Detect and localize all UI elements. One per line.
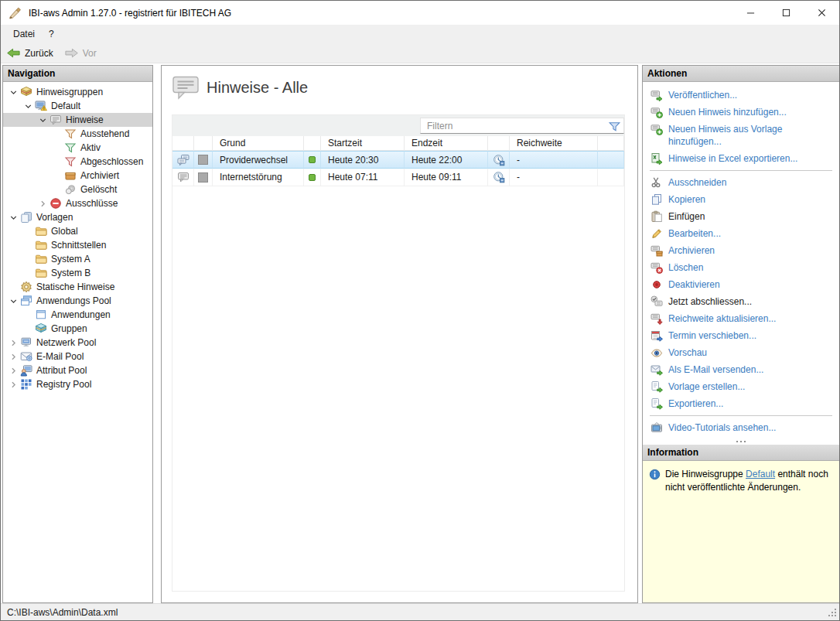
tree-item-registry-pool[interactable]: Registry Pool <box>3 377 152 391</box>
resize-grip-icon[interactable] <box>828 608 838 618</box>
action-label: Termin verschieben... <box>668 329 756 342</box>
tree-item-ausstehend[interactable]: Ausstehend <box>3 127 152 141</box>
table-row-internetst-rung[interactable]: InternetstörungHeute 07:11Heute 09:11- <box>172 169 624 186</box>
menu-help[interactable]: ? <box>42 29 61 39</box>
act-calendar-icon <box>650 329 663 342</box>
action-exportieren[interactable]: Exportieren... <box>643 395 839 412</box>
reach-clock-icon <box>493 171 505 183</box>
tree-item-ausschl-sse[interactable]: Ausschlüsse <box>3 196 152 210</box>
cell-reichweite: - <box>510 151 598 169</box>
back-button[interactable]: Zurück <box>1 43 59 63</box>
act-cut-icon <box>650 176 663 189</box>
column-header-empty[interactable] <box>172 136 194 151</box>
action-kopieren[interactable]: Kopieren <box>643 191 839 208</box>
tree-item-gruppen[interactable]: Gruppen <box>3 322 152 336</box>
column-header-empty[interactable] <box>488 136 510 151</box>
tree-item-label: Ausschlüsse <box>66 198 118 209</box>
action-label: Ausschneiden <box>668 176 726 189</box>
tree-item-schnittstellen[interactable]: Schnittstellen <box>3 238 152 252</box>
action-label: Vorschau <box>668 346 707 359</box>
tree-item-hinweise[interactable]: Hinweise <box>3 113 152 127</box>
info-text-before: Die Hinweisgruppe <box>665 469 746 479</box>
column-header-empty[interactable] <box>304 136 321 151</box>
chevron-right-icon[interactable] <box>8 379 19 391</box>
nav-main-splitter[interactable] <box>152 65 160 603</box>
column-header-startzeit[interactable]: Startzeit <box>321 136 405 151</box>
hinweis-type-icon <box>177 154 190 166</box>
action-label: Neuen Hinweis aus Vorlage hinzufügen... <box>668 123 831 148</box>
column-header-empty[interactable] <box>598 136 624 151</box>
chevron-down-icon[interactable] <box>8 87 19 98</box>
action-neuen-hinweis-hinzuf-gen[interactable]: Neuen Hinweis hinzufügen... <box>643 104 839 121</box>
tree-item-anwendungs-pool[interactable]: Anwendungs Pool <box>3 294 152 308</box>
action-als-e-mail-versenden[interactable]: Als E-Mail versenden... <box>643 361 839 378</box>
action-vorlage-erstellen[interactable]: Vorlage erstellen... <box>643 378 839 395</box>
chevron-down-icon[interactable] <box>22 101 34 112</box>
column-header-grund[interactable]: Grund <box>213 136 304 151</box>
chevron-right-icon[interactable] <box>37 198 49 210</box>
tree-item-default[interactable]: Default <box>3 99 152 113</box>
tree-item-e-mail-pool[interactable]: E-Mail Pool <box>3 350 152 363</box>
action-archivieren[interactable]: Archivieren <box>643 242 839 259</box>
menu-datei[interactable]: Datei <box>6 29 42 39</box>
tree-item-system-b[interactable]: System B <box>3 266 152 280</box>
action-bearbeiten[interactable]: Bearbeiten... <box>643 225 839 242</box>
tree-item-archiviert[interactable]: Archiviert <box>3 169 152 183</box>
action-deaktivieren[interactable]: Deaktivieren <box>643 276 839 293</box>
action-neuen-hinweis-aus-vorlage-hinzuf-gen[interactable]: Neuen Hinweis aus Vorlage hinzufügen... <box>643 121 839 150</box>
chevron-down-icon[interactable] <box>8 212 19 223</box>
cell-reichweite: - <box>510 169 598 186</box>
note-bubble-icon <box>50 114 62 126</box>
monitor-network-icon <box>20 336 32 349</box>
tree-item-label: Anwendungs Pool <box>36 295 111 306</box>
tree-item-vorlagen[interactable]: Vorlagen <box>3 210 152 224</box>
forward-button[interactable]: Vor <box>59 43 102 63</box>
tree-item-system-a[interactable]: System A <box>3 252 152 266</box>
category-color-swatch <box>198 155 208 165</box>
chevron-spacer <box>52 170 63 182</box>
chevron-spacer <box>52 156 63 168</box>
action-hinweise-in-excel-exportieren[interactable]: Hinweise in Excel exportieren... <box>643 150 839 167</box>
action-termin-verschieben[interactable]: Termin verschieben... <box>643 327 839 344</box>
tree-item-hinweisgruppen[interactable]: Hinweisgruppen <box>3 85 152 99</box>
chevron-right-icon[interactable] <box>8 351 19 363</box>
filter-input[interactable] <box>421 121 608 131</box>
action-jetzt-abschliessen[interactable]: Jetzt abschliessen... <box>643 293 839 310</box>
action-ausschneiden[interactable]: Ausschneiden <box>643 174 839 191</box>
action-einf-gen[interactable]: Einfügen <box>643 208 839 225</box>
tree-item-label: Hinweise <box>66 114 104 125</box>
action-label: Video-Tutorials ansehen... <box>668 421 776 434</box>
action-ver-ffentlichen[interactable]: Veröffentlichen... <box>643 87 839 104</box>
chevron-right-icon[interactable] <box>8 337 19 349</box>
act-delete-icon <box>650 261 663 274</box>
tree-item-gel-scht[interactable]: Gelöscht <box>3 183 152 196</box>
close-button[interactable] <box>804 1 839 25</box>
column-header-empty[interactable] <box>194 136 213 151</box>
action-label: Als E-Mail versenden... <box>668 363 763 376</box>
chevron-right-icon[interactable] <box>8 365 19 377</box>
tree-item-abgeschlossen[interactable]: Abgeschlossen <box>3 155 152 169</box>
actions-info-splitter[interactable] <box>643 438 839 445</box>
tree-item-netzwerk-pool[interactable]: Netzwerk Pool <box>3 336 152 350</box>
action-reichweite-aktualisieren[interactable]: Reichweite aktualisieren... <box>643 310 839 327</box>
tree-item-global[interactable]: Global <box>3 224 152 238</box>
tree-item-statische-hinweise[interactable]: Statische Hinweise <box>3 280 152 294</box>
action-vorschau[interactable]: Vorschau <box>643 344 839 361</box>
action-label: Reichweite aktualisieren... <box>668 312 776 325</box>
action-video-tutorials-ansehen[interactable]: Video-Tutorials ansehen... <box>643 419 839 436</box>
table-row-providerwechsel[interactable]: ProviderwechselHeute 20:30Heute 22:00- <box>172 151 624 169</box>
chevron-down-icon[interactable] <box>37 114 49 126</box>
column-header-endzeit[interactable]: Endzeit <box>405 136 488 151</box>
minimize-button[interactable] <box>732 1 768 25</box>
funnel-green-icon <box>64 142 77 154</box>
action-l-schen[interactable]: Löschen <box>643 259 839 276</box>
maximize-button[interactable] <box>768 1 804 25</box>
default-group-link[interactable]: Default <box>746 469 775 479</box>
column-header-reichweite[interactable]: Reichweite <box>510 136 598 151</box>
tree-item-attribut-pool[interactable]: Attribut Pool <box>3 363 152 377</box>
filter-funnel-icon[interactable] <box>608 120 621 131</box>
person-monitor-icon <box>20 364 32 377</box>
tree-item-anwendungen[interactable]: Anwendungen <box>3 308 152 322</box>
chevron-down-icon[interactable] <box>8 295 19 307</box>
tree-item-aktiv[interactable]: Aktiv <box>3 141 152 155</box>
